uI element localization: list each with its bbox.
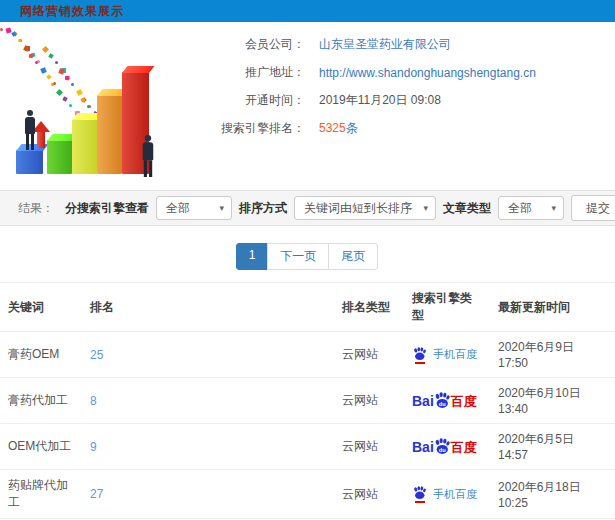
sort-filter-select[interactable]: 关键词由短到长排序 ▾ xyxy=(294,196,436,220)
baidu-logo-cn: 百度 xyxy=(451,394,477,409)
article-type-value: 全部 xyxy=(508,200,532,217)
keyword-cell: OEM代加工 xyxy=(0,424,82,470)
rank-cell[interactable]: 25 xyxy=(82,332,334,378)
submit-button[interactable]: 提交 xyxy=(571,195,615,221)
opened-time-value: 2019年11月20日 09:08 xyxy=(319,92,441,109)
engine-filter-label: 分搜索引擎查看 xyxy=(65,200,149,217)
page-1-button[interactable]: 1 xyxy=(236,243,269,270)
chevron-down-icon: ▾ xyxy=(543,203,556,213)
promo-bar-orange xyxy=(97,95,122,174)
confetti-dot xyxy=(56,89,63,96)
article-type-select[interactable]: 全部 ▾ xyxy=(498,196,564,220)
promo-url-label: 推广地址： xyxy=(195,64,305,81)
keyword-cell: 膏药OEM xyxy=(0,332,82,378)
confetti-dot xyxy=(69,104,72,107)
svg-text:du: du xyxy=(439,446,446,452)
svg-text:du: du xyxy=(439,400,446,406)
promo-bar-blue xyxy=(16,150,43,174)
rank-cell[interactable]: 9 xyxy=(82,424,334,470)
baidu-logo-bai: Bai xyxy=(412,393,434,409)
chevron-down-icon: ▾ xyxy=(415,203,428,213)
next-page-button[interactable]: 下一页 xyxy=(267,243,329,270)
engine-rank-label: 搜索引擎排名： xyxy=(195,120,305,137)
results-table: 关键词排名排名类型搜索引擎类型最新更新时间 膏药OEM25云网站手机百度2020… xyxy=(0,282,615,520)
table-row: 药贴牌代加工27云网站手机百度2020年6月18日 10:25 xyxy=(0,470,615,519)
rank-type-cell: 云网站 xyxy=(334,424,404,470)
confetti-dot xyxy=(62,96,67,101)
result-label: 结果： xyxy=(18,200,54,217)
rank-type-cell: 云网站 xyxy=(334,378,404,424)
table-row: OEM代加工9云网站Baidu百度2020年6月5日 14:57 xyxy=(0,424,615,470)
mobile-baidu-label: 手机百度 xyxy=(433,487,477,502)
confetti-dot xyxy=(51,83,54,86)
table-row: 膏药OEM25云网站手机百度2020年6月9日 17:50 xyxy=(0,332,615,378)
column-header-4: 最新更新时间 xyxy=(490,283,615,332)
promo-bar-green xyxy=(47,140,72,174)
opened-time-field: 开通时间： 2019年11月20日 09:08 xyxy=(195,92,615,109)
updated-cell: 2020年6月10日 13:40 xyxy=(490,378,615,424)
rank-cell[interactable]: 27 xyxy=(82,470,334,519)
confetti-dot xyxy=(65,76,69,80)
engine-type-cell: 手机百度 xyxy=(404,470,490,519)
baidu-logo-cn: 百度 xyxy=(451,440,477,455)
confetti-dot xyxy=(40,67,47,74)
confetti-dot xyxy=(58,68,64,74)
baidu-paw-icon xyxy=(412,485,427,503)
article-type-label: 文章类型 xyxy=(443,200,491,217)
confetti-dot xyxy=(29,53,34,58)
filter-bar: 结果： 分搜索引擎查看 全部 ▾ 排序方式 关键词由短到长排序 ▾ 文章类型 全… xyxy=(0,190,615,226)
promo-chart-illustration xyxy=(0,28,195,188)
confetti-dot xyxy=(55,61,58,64)
engine-type-cell: 手机百度 xyxy=(404,332,490,378)
company-link[interactable]: 山东皇圣堂药业有限公司 xyxy=(319,36,451,53)
confetti-dot xyxy=(76,90,83,97)
engine-type-cell: Baidu百度 xyxy=(404,424,490,470)
promo-url-link[interactable]: http://www.shandonghuangshengtang.cn xyxy=(319,66,536,80)
confetti-dot xyxy=(35,61,38,64)
chevron-down-icon: ▾ xyxy=(211,203,224,213)
last-page-button[interactable]: 尾页 xyxy=(328,243,378,270)
account-info-section: 会员公司： 山东皇圣堂药业有限公司 推广地址： http://www.shand… xyxy=(0,22,615,190)
confetti-dot xyxy=(48,53,53,58)
table-row: 膏药代加工8云网站Baidu百度2020年6月10日 13:40 xyxy=(0,378,615,424)
confetti-dot xyxy=(0,28,3,31)
engine-type-cell: Baidu百度 xyxy=(404,378,490,424)
confetti-dot xyxy=(87,105,90,108)
baidu-logo: Baidu百度 xyxy=(412,391,477,411)
engine-rank-unit[interactable]: 条 xyxy=(346,121,358,135)
rank-type-cell: 云网站 xyxy=(334,470,404,519)
sort-filter-value: 关键词由短到长排序 xyxy=(304,200,412,217)
company-label: 会员公司： xyxy=(195,36,305,53)
sort-filter-label: 排序方式 xyxy=(239,200,287,217)
column-header-3: 搜索引擎类型 xyxy=(404,283,490,332)
rank-cell[interactable]: 8 xyxy=(82,378,334,424)
account-fields: 会员公司： 山东皇圣堂药业有限公司 推广地址： http://www.shand… xyxy=(195,28,615,190)
businessman-figure-right xyxy=(140,135,157,177)
promo-url-field: 推广地址： http://www.shandonghuangshengtang.… xyxy=(195,64,615,81)
filter-controls: 分搜索引擎查看 全部 ▾ 排序方式 关键词由短到长排序 ▾ 文章类型 全部 ▾ … xyxy=(65,195,615,221)
engine-rank-count: 5325 xyxy=(319,121,346,135)
mobile-baidu-label: 手机百度 xyxy=(433,347,477,362)
baidu-paw-icon xyxy=(412,346,427,364)
baidu-logo-bai: Bai xyxy=(412,439,434,455)
keyword-cell: 膏药代加工 xyxy=(0,378,82,424)
baidu-paw-icon: du xyxy=(434,395,450,409)
updated-cell: 2020年6月5日 14:57 xyxy=(490,424,615,470)
baidu-paw-icon: du xyxy=(434,441,450,455)
engine-filter-select[interactable]: 全部 ▾ xyxy=(156,196,232,220)
pagination: 1 下一页 尾页 xyxy=(0,243,615,270)
opened-time-label: 开通时间： xyxy=(195,92,305,109)
businessman-figure-left xyxy=(22,110,38,150)
column-header-0: 关键词 xyxy=(0,283,82,332)
baidu-logo: Baidu百度 xyxy=(412,437,477,457)
page-title: 网络营销效果展示 xyxy=(20,3,124,20)
confetti-dot xyxy=(18,39,21,42)
confetti-dot xyxy=(71,83,74,86)
company-field: 会员公司： 山东皇圣堂药业有限公司 xyxy=(195,36,615,53)
confetti-dot xyxy=(46,74,52,80)
confetti-dot xyxy=(23,46,30,53)
updated-cell: 2020年6月18日 10:25 xyxy=(490,470,615,519)
top-title-bar: 网络营销效果展示 xyxy=(0,0,615,22)
confetti-dot xyxy=(42,46,49,53)
engine-rank-field: 搜索引擎排名： 5325条 xyxy=(195,120,615,137)
